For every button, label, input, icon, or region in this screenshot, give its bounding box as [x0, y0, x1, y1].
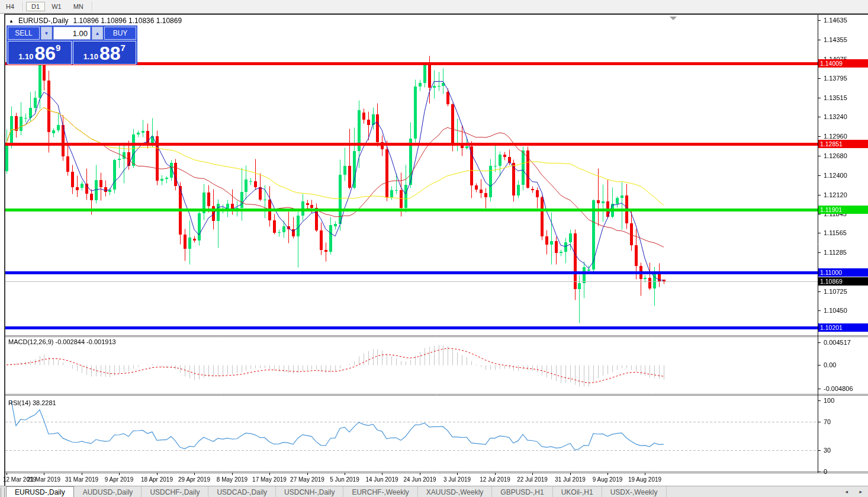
volume-decrease-button[interactable]: ▼ — [41, 27, 52, 40]
timeframe-button-h4[interactable]: H4 — [1, 2, 20, 11]
date-tick-label: 9 Aug 2019 — [593, 476, 623, 483]
price-tick-label: 1.13795 — [824, 75, 847, 82]
price-tick-label: 1.12960 — [824, 133, 847, 140]
chart-tab-usdcnh-daily[interactable]: USDCNH-,Daily — [276, 486, 343, 497]
volume-increase-button[interactable]: ▲ — [92, 27, 103, 40]
timeframe-toolbar: H4D1W1MN — [0, 0, 868, 14]
date-tick-label: 19 Aug 2019 — [628, 476, 661, 483]
sell-button[interactable]: SELL — [8, 27, 40, 40]
hline-price-label: 1.11901 — [818, 206, 868, 214]
date-tick-label: 14 Jun 2019 — [365, 476, 398, 483]
bid-price[interactable]: 1.10869 — [8, 41, 72, 65]
tabbar-grip — [1, 488, 5, 497]
mt4-application: { "toolbar": { "timeframes": [ {"label":… — [0, 0, 868, 497]
price-tick-label: 1.12680 — [824, 152, 847, 159]
date-tick-label: 29 Apr 2019 — [178, 476, 210, 483]
date-tick-label: 31 Jul 2019 — [555, 476, 586, 483]
bid-price-sup: 9 — [56, 43, 60, 52]
price-tick-label: 1.11285 — [824, 249, 847, 256]
date-tick-label: 12 Jul 2019 — [480, 476, 510, 483]
date-tick-label: 3 Jul 2019 — [443, 476, 471, 483]
timeframe-button-mn[interactable]: MN — [68, 2, 89, 11]
chart-tab-audusd-daily[interactable]: AUDUSD-,Daily — [75, 486, 142, 497]
current-price-label: 1.10869 — [818, 277, 868, 286]
price-tick-label: 1.14355 — [824, 36, 847, 43]
buy-button[interactable]: BUY — [104, 27, 136, 40]
date-tick-label: 31 Mar 2019 — [65, 476, 98, 483]
chart-tab-usdcad-daily[interactable]: USDCAD-,Daily — [208, 486, 276, 497]
one-click-trading-widget: SELL ▼ ▲ BUY 1.10869 1.10887 — [7, 25, 137, 65]
price-tick-label: 1.12400 — [824, 172, 847, 179]
macd-indicator-label: MACD(12,26,9) -0.002844 -0.001913 — [8, 338, 116, 345]
price-tick-label: 1.13240 — [824, 113, 847, 120]
chart-ohlc-values: 1.10896 1.10896 1.10836 1.10869 — [73, 17, 182, 25]
rsi-tick-label: 70 — [824, 418, 831, 425]
ask-price-sup: 7 — [121, 43, 126, 52]
price-tick-label: 1.11565 — [824, 229, 847, 236]
date-tick-label: 27 May 2019 — [290, 476, 324, 483]
ask-price-big: 88 — [99, 44, 121, 63]
date-tick-label: 18 Apr 2019 — [141, 476, 173, 483]
chart-window: ▲ EURUSD-,Daily 1.10896 1.10896 1.10836 … — [4, 14, 868, 487]
price-tick-label: 1.14635 — [824, 17, 847, 24]
chart-header: ▲ EURUSD-,Daily 1.10896 1.10896 1.10836 … — [9, 17, 182, 25]
date-tick-label: 5 Jun 2019 — [330, 476, 359, 483]
chart-tab-eurusd-daily[interactable]: EURUSD-,Daily — [6, 486, 74, 497]
price-tick-label: 1.10450 — [824, 307, 847, 314]
price-chart-canvas[interactable] — [5, 15, 868, 487]
rsi-tick-label: 100 — [824, 397, 834, 404]
macd-tick-label: -0.004806 — [824, 385, 853, 392]
macd-tick-label: 0.00 — [824, 361, 836, 368]
rsi-indicator-label: RSI(14) 38.2281 — [8, 399, 56, 406]
chart-tab-gbpusd-h1[interactable]: GBPUSD-,H1 — [492, 486, 552, 497]
bid-price-frac: 1.10 — [18, 51, 33, 63]
chart-tab-bar: EURUSD-,DailyAUDUSD-,DailyUSDCHF-,DailyU… — [0, 486, 868, 497]
timeframe-button-d1[interactable]: D1 — [26, 2, 45, 11]
rsi-tick-label: 0 — [824, 468, 827, 475]
hline-price-label: 1.11000 — [818, 268, 868, 277]
volume-input[interactable] — [53, 27, 91, 40]
macd-tick-label: 0.004517 — [824, 339, 851, 346]
hline-price-label: 1.14009 — [818, 59, 868, 68]
chart-tab-usdx-weekly[interactable]: USDX-,Weekly — [602, 486, 667, 497]
chart-tab-ukoil-h1[interactable]: UKOil-,H1 — [553, 486, 602, 497]
date-tick-label: 22 Jul 2019 — [517, 476, 548, 483]
date-tick-label: 17 May 2019 — [252, 476, 287, 483]
hline-price-label: 1.12851 — [818, 140, 868, 148]
chart-tab-usdchf-daily[interactable]: USDCHF-,Daily — [142, 486, 208, 497]
date-tick-label: 9 Apr 2019 — [105, 476, 133, 483]
rsi-tick-label: 30 — [824, 447, 831, 454]
chart-title: EURUSD-,Daily — [18, 17, 69, 25]
timeframe-button-w1[interactable]: W1 — [46, 2, 67, 11]
hline-price-label: 1.10201 — [818, 323, 868, 332]
ask-price[interactable]: 1.10887 — [73, 41, 137, 65]
bid-price-big: 86 — [34, 44, 56, 63]
ask-price-frac: 1.10 — [83, 51, 98, 63]
tab-scroll-right-icon[interactable]: ▸ — [859, 489, 862, 495]
date-tick-label: 24 Jun 2019 — [403, 476, 436, 483]
price-tick-label: 1.12120 — [824, 191, 847, 198]
chart-tab-xauusd-weekly[interactable]: XAUUSD-,Weekly — [418, 486, 492, 497]
price-tick-label: 1.13515 — [824, 94, 847, 101]
date-tick-label: 21 Mar 2019 — [27, 476, 60, 483]
collapse-triangle-icon[interactable]: ▲ — [9, 18, 14, 24]
chart-tab-eurchf-weekly[interactable]: EURCHF-,Weekly — [343, 486, 417, 497]
tab-scroll-left-icon[interactable]: ◂ — [845, 489, 848, 495]
date-tick-label: 8 May 2019 — [217, 476, 247, 483]
price-tick-label: 1.10725 — [824, 288, 847, 295]
